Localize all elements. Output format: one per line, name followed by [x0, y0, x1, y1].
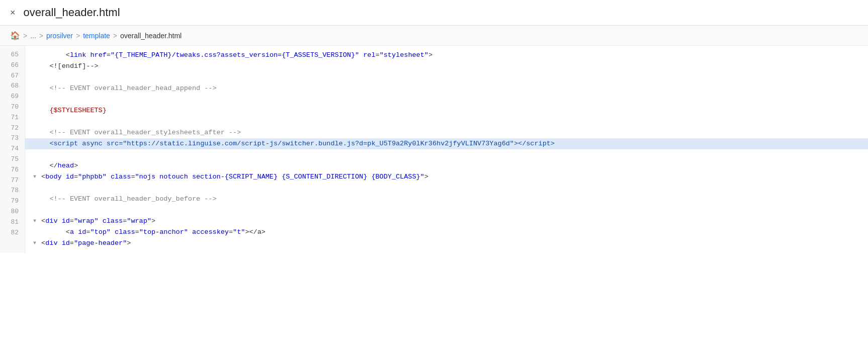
tok-tag: head	[58, 160, 74, 171]
tok-plain	[74, 227, 78, 238]
code-line-74	[25, 149, 868, 160]
tok-attr: class	[111, 171, 131, 183]
code-line-78: <!-- EVENT overall_header_body_before --…	[25, 194, 868, 205]
fold-arrow-76[interactable]: ▼	[33, 173, 36, 181]
breadcrumb-sep-0: >	[23, 32, 27, 40]
code-line-82: ▼ <div id="page-header">	[25, 238, 868, 249]
tok-plain	[188, 227, 192, 238]
breadcrumb-item-template[interactable]: template	[83, 32, 110, 40]
code-line-81: <a id="top" class="top-anchor" accesskey…	[25, 227, 868, 238]
breadcrumb-item-0[interactable]: ...	[30, 32, 36, 40]
tok-plain: =	[70, 238, 74, 249]
code-line-79	[25, 205, 868, 216]
tok-string: "wrap"	[127, 216, 151, 227]
tok-highlight: <script async src="https://static.lingui…	[33, 138, 555, 149]
tok-template: {$STYLESHEETS}	[49, 105, 106, 116]
line-num-76: 76	[0, 165, 25, 176]
breadcrumb-home-icon[interactable]: 🏠	[10, 31, 20, 40]
line-num-73: 73	[0, 133, 25, 144]
code-content: <link href="{T_THEME_PATH}/tweaks.css?as…	[25, 46, 868, 253]
code-line-69	[25, 94, 868, 105]
code-line-80: ▼ <div id="wrap" class="wrap">	[25, 216, 868, 227]
line-num-77: 77	[0, 176, 25, 186]
tok-attr: id	[62, 238, 70, 249]
tok-string: "nojs notouch section-{SCRIPT_NAME} {S_C…	[135, 171, 424, 183]
fold-arrow-82[interactable]: ▼	[33, 239, 36, 247]
tok-plain	[33, 83, 49, 94]
tok-plain: =	[86, 227, 90, 238]
tok-plain: <	[33, 50, 70, 61]
tok-plain: <	[37, 238, 45, 249]
breadcrumb-item-current: overall_header.html	[120, 32, 182, 40]
tok-tag: div	[45, 216, 57, 227]
tok-attr: rel	[363, 50, 375, 61]
tok-plain: =	[135, 227, 139, 238]
tok-plain	[58, 238, 62, 249]
line-num-71: 71	[0, 113, 25, 123]
tok-comment: <!-- EVENT overall_header_body_before --…	[49, 194, 216, 205]
tok-plain: >	[428, 50, 432, 61]
tok-attr: id	[66, 171, 74, 183]
line-num-69: 69	[0, 92, 25, 102]
code-line-68: <!-- EVENT overall_header_head_append --…	[25, 83, 868, 94]
tok-plain	[33, 194, 49, 205]
tok-plain: <	[33, 227, 70, 238]
line-num-65: 65	[0, 50, 25, 60]
line-num-72: 72	[0, 123, 25, 134]
tok-string: "{T_THEME_PATH}/tweaks.css?assets_versio…	[111, 50, 359, 61]
close-button[interactable]: ×	[10, 8, 16, 17]
tok-attr: class	[103, 216, 123, 227]
tok-tag: a	[70, 227, 74, 238]
tok-plain: ></a>	[245, 227, 266, 238]
tok-plain: >	[424, 171, 428, 183]
tok-plain	[99, 216, 103, 227]
file-title: overall_header.html	[24, 6, 120, 19]
code-line-65: <link href="{T_THEME_PATH}/tweaks.css?as…	[25, 50, 868, 61]
tok-plain: =	[74, 171, 78, 183]
tok-plain: =	[70, 216, 74, 227]
code-line-72: <!-- EVENT overall_header_stylesheets_af…	[25, 127, 868, 138]
tok-plain	[111, 227, 115, 238]
breadcrumb: 🏠 > ... > prosilver > template > overall…	[0, 26, 868, 46]
code-line-67	[25, 72, 868, 83]
line-numbers: 65 66 67 68 69 70 71 72 73 74 75 76 77 7…	[0, 46, 25, 253]
tok-plain	[33, 127, 49, 138]
tok-plain: >	[74, 160, 78, 171]
line-num-67: 67	[0, 71, 25, 81]
breadcrumb-item-prosilver[interactable]: prosilver	[46, 32, 73, 40]
tok-plain: <![endif]-->	[33, 61, 99, 72]
tok-plain: <	[37, 171, 45, 183]
breadcrumb-sep-1: >	[39, 32, 43, 40]
code-line-76: ▼ <body id="phpbb" class="nojs notouch s…	[25, 171, 868, 183]
tok-plain: =	[123, 216, 127, 227]
tok-attr: id	[78, 227, 86, 238]
line-num-74: 74	[0, 144, 25, 154]
line-num-81: 81	[0, 217, 25, 228]
tok-string: "t"	[233, 227, 245, 238]
line-num-78: 78	[0, 186, 25, 196]
tok-plain: <	[37, 216, 45, 227]
tok-plain: =	[131, 171, 135, 183]
fold-arrow-80[interactable]: ▼	[33, 217, 36, 225]
tok-plain: >	[151, 216, 155, 227]
tok-string: "top-anchor"	[139, 227, 188, 238]
tok-comment: <!-- EVENT overall_header_head_append --…	[49, 83, 216, 94]
tok-attr: accesskey	[192, 227, 229, 238]
tok-comment: <!-- EVENT overall_header_stylesheets_af…	[49, 127, 241, 138]
tok-plain: </	[33, 160, 58, 171]
tok-plain	[33, 105, 49, 116]
line-num-70: 70	[0, 102, 25, 113]
tok-plain	[107, 171, 111, 183]
breadcrumb-sep-2: >	[76, 32, 80, 40]
tok-plain	[62, 171, 66, 183]
line-num-66: 66	[0, 60, 25, 71]
tok-plain	[359, 50, 363, 61]
tok-plain: >	[127, 238, 131, 249]
line-num-80: 80	[0, 207, 25, 217]
line-num-82: 82	[0, 228, 25, 238]
tok-tag: div	[45, 238, 57, 249]
breadcrumb-sep-3: >	[113, 32, 117, 40]
tok-plain: =	[376, 50, 380, 61]
tok-plain: =	[107, 50, 111, 61]
tok-tag: body	[45, 171, 61, 183]
